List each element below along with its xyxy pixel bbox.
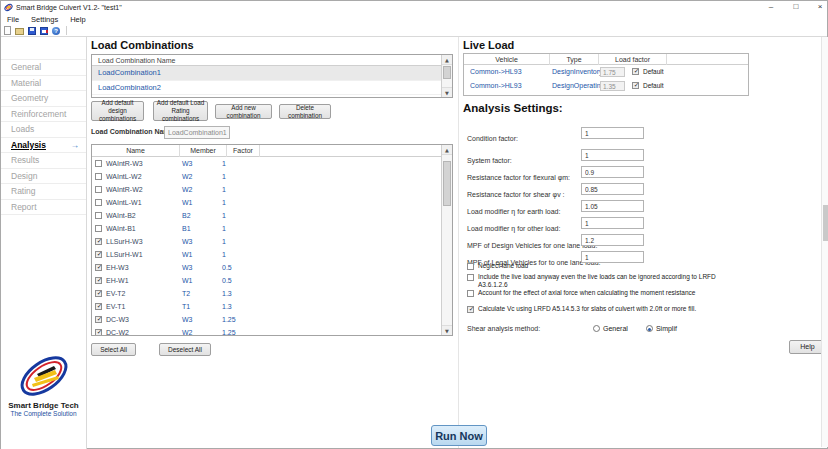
sidebar-item[interactable]: → Reinforcement <box>1 107 86 123</box>
list-scrollbar[interactable]: ▲ ▼ <box>441 55 452 97</box>
sidebar-item[interactable]: → Geometry <box>1 91 86 107</box>
row-checkbox[interactable] <box>95 251 102 258</box>
sidebar-item[interactable]: → General <box>1 60 86 76</box>
table-row[interactable]: WAIntL-W1 W1 1 <box>92 196 441 209</box>
delete-combination-button[interactable]: Delete combination <box>279 104 331 119</box>
column-header-member[interactable]: Member <box>180 145 227 157</box>
table-row[interactable]: EV-T1 T1 1.3 <box>92 300 441 313</box>
table-row[interactable]: WAInt-B2 B2 1 <box>92 209 441 222</box>
sidebar-item[interactable]: → Material <box>1 76 86 92</box>
table-row[interactable]: WAIntL-W2 W2 1 <box>92 170 441 183</box>
field-input[interactable] <box>581 166 644 178</box>
live-load-row[interactable]: Common->HL93 DesignOperating Default <box>464 79 748 93</box>
row-checkbox[interactable] <box>95 264 102 271</box>
column-header-factor[interactable]: Factor <box>227 145 260 157</box>
table-row[interactable]: WAIntR-W2 W2 1 <box>92 183 441 196</box>
menu-item[interactable]: File <box>1 14 25 25</box>
analysis-checkbox-row[interactable]: Include the live load anyway even the li… <box>467 273 730 288</box>
shear-method-option[interactable]: Simplif <box>646 325 677 332</box>
row-checkbox[interactable] <box>95 329 102 336</box>
run-now-button[interactable]: Run Now <box>431 425 487 446</box>
row-checkbox[interactable] <box>95 173 102 180</box>
analysis-checkbox-row[interactable]: Calculate Vc using LRFD A5.14.5.3 for sl… <box>467 305 730 313</box>
shear-method-option[interactable]: General <box>593 325 628 332</box>
scrollbar-thumb[interactable] <box>823 205 828 241</box>
field-input[interactable] <box>581 234 644 246</box>
help-icon[interactable] <box>52 27 60 35</box>
table-row[interactable]: DC-W2 W2 1.25 <box>92 326 441 335</box>
menu-item[interactable]: Help <box>64 14 91 25</box>
row-checkbox[interactable] <box>95 303 102 310</box>
sidebar-item[interactable]: → Analysis <box>1 138 86 154</box>
save-icon[interactable] <box>28 27 36 35</box>
option-checkbox[interactable] <box>467 290 474 297</box>
row-checkbox[interactable] <box>95 199 102 206</box>
open-folder-icon[interactable] <box>15 28 24 35</box>
option-checkbox[interactable] <box>467 263 474 270</box>
row-checkbox[interactable] <box>95 212 102 219</box>
field-input[interactable] <box>581 183 644 195</box>
field-input[interactable] <box>581 200 644 212</box>
table-row[interactable]: EH-W1 W1 0.5 <box>92 274 441 287</box>
radio-icon[interactable] <box>646 325 653 332</box>
right-panel-scrollbar[interactable] <box>821 37 828 447</box>
table-row[interactable]: WAIntR-W3 W3 1 <box>92 157 441 170</box>
live-load-row[interactable]: Common->HL93 DesignInventory Default <box>464 65 748 79</box>
load-combination-item[interactable]: LoadCombination2 <box>92 81 441 96</box>
analysis-checkbox-row[interactable]: Account for the effect of axial force wh… <box>467 289 730 297</box>
option-checkbox[interactable] <box>467 306 474 313</box>
add-default-design-combinations-button[interactable]: Add default design combinations <box>91 101 144 121</box>
load-case-member: B1 <box>182 222 191 235</box>
load-factor-input[interactable] <box>600 67 625 77</box>
add-new-combination-button[interactable]: Add new combination <box>215 104 272 119</box>
table-row[interactable]: EV-T2 T2 1.3 <box>92 287 441 300</box>
row-checkbox[interactable] <box>95 316 102 323</box>
table-scrollbar[interactable]: ▲ ▼ <box>441 145 452 335</box>
sidebar-item[interactable]: → Design <box>1 169 86 185</box>
scrollbar-thumb[interactable] <box>443 66 451 79</box>
maximize-button[interactable]: □ <box>785 1 807 14</box>
default-checkbox[interactable] <box>632 68 639 75</box>
scroll-up-icon[interactable]: ▲ <box>442 55 452 65</box>
panel-divider <box>458 37 459 448</box>
row-checkbox[interactable] <box>95 225 102 232</box>
select-all-button[interactable]: Select All <box>91 343 136 356</box>
table-row[interactable]: LLSurH-W3 W3 1 <box>92 235 441 248</box>
minimize-button[interactable]: – <box>760 1 782 14</box>
option-checkbox[interactable] <box>467 274 474 281</box>
sidebar-item[interactable]: → Rating <box>1 184 86 200</box>
load-factor-input[interactable] <box>600 81 625 91</box>
scroll-down-icon[interactable]: ▼ <box>442 325 452 335</box>
combination-name-input[interactable] <box>164 126 230 139</box>
scroll-down-icon[interactable]: ▼ <box>442 87 452 97</box>
analysis-checkbox-row[interactable]: Neglect lane load <box>467 262 730 270</box>
table-row[interactable]: DC-W3 W3 1.25 <box>92 313 441 326</box>
row-checkbox[interactable] <box>95 277 102 284</box>
table-row[interactable]: LLSurH-W1 W1 1 <box>92 248 441 261</box>
field-input[interactable] <box>581 149 644 161</box>
row-checkbox[interactable] <box>95 186 102 193</box>
save-report-icon[interactable] <box>40 27 48 35</box>
row-checkbox[interactable] <box>95 238 102 245</box>
table-row[interactable]: EH-W3 W3 0.5 <box>92 261 441 274</box>
field-input[interactable] <box>581 127 644 139</box>
load-combination-item[interactable]: LoadCombination1 <box>92 66 441 81</box>
sidebar-item[interactable]: → Results <box>1 153 86 169</box>
default-checkbox[interactable] <box>632 82 639 89</box>
close-button[interactable]: × <box>809 1 828 14</box>
field-input[interactable] <box>581 217 644 229</box>
scrollbar-thumb[interactable] <box>443 161 451 206</box>
sidebar-item[interactable]: → Report <box>1 200 86 216</box>
sidebar-item[interactable]: → Loads <box>1 122 86 138</box>
menu-item[interactable]: Settings <box>25 14 64 25</box>
column-header-name[interactable]: Name <box>92 145 180 157</box>
row-checkbox[interactable] <box>95 290 102 297</box>
deselect-all-button[interactable]: Deselect All <box>159 343 211 356</box>
add-default-load-rating-combinations-button[interactable]: Add default Load Rating combinations <box>153 101 208 121</box>
radio-icon[interactable] <box>593 325 600 332</box>
new-document-icon[interactable] <box>4 26 11 35</box>
load-combination-item[interactable]: LoadCombination3 <box>92 95 441 97</box>
table-row[interactable]: WAInt-B1 B1 1 <box>92 222 441 235</box>
scroll-up-icon[interactable]: ▲ <box>442 145 452 155</box>
row-checkbox[interactable] <box>95 160 102 167</box>
